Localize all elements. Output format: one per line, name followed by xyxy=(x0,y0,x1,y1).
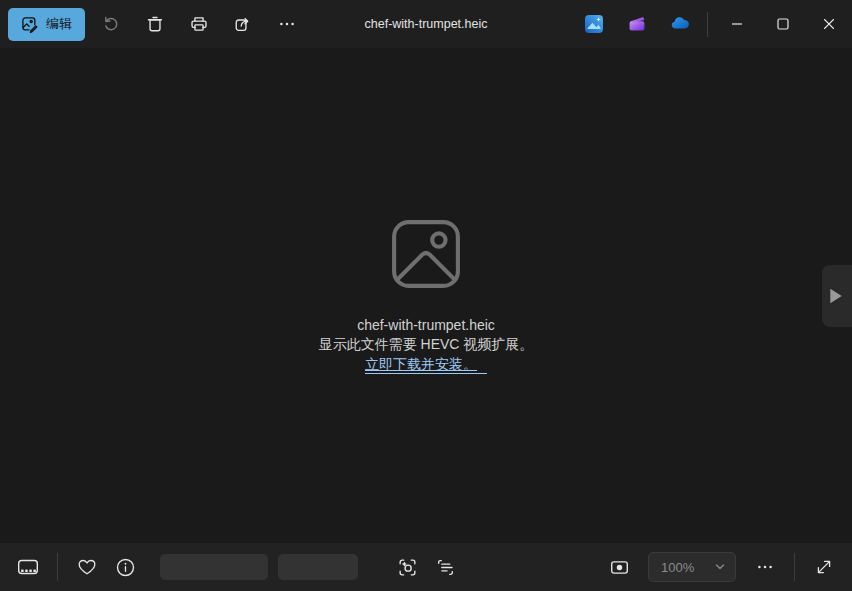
statusbar-divider-right xyxy=(794,553,795,581)
toolbar-right xyxy=(572,0,852,48)
see-more-button[interactable] xyxy=(269,8,305,40)
rotate-icon xyxy=(102,15,120,33)
visual-search-icon xyxy=(397,557,418,578)
hevc-error-panel: chef-with-trumpet.heic 显示此文件需要 HEVC 视频扩展… xyxy=(0,218,852,374)
favorite-button[interactable] xyxy=(68,548,106,586)
edit-image-icon xyxy=(21,16,38,33)
filmstrip-toggle-button[interactable] xyxy=(9,548,47,586)
fullscreen-button[interactable] xyxy=(805,548,843,586)
heart-icon xyxy=(77,558,97,576)
maximize-button[interactable] xyxy=(760,0,806,48)
titlebar: 编辑 xyxy=(0,0,852,48)
clipchamp-icon xyxy=(627,14,647,34)
open-in-clipchamp-button[interactable] xyxy=(615,7,658,41)
zoom-level-value: 100% xyxy=(661,560,694,575)
zoom-level-dropdown[interactable]: 100% xyxy=(648,552,736,582)
next-arrow-icon xyxy=(829,288,843,304)
file-info-button[interactable] xyxy=(106,548,144,586)
text-actions-button[interactable] xyxy=(426,548,464,586)
printer-icon xyxy=(190,15,208,33)
minimize-icon xyxy=(727,14,747,34)
statusbar: 100% xyxy=(0,543,852,591)
fullscreen-icon xyxy=(814,557,834,577)
image-canvas: chef-with-trumpet.heic 显示此文件需要 HEVC 视频扩展… xyxy=(0,48,852,543)
more-dots-icon xyxy=(278,15,296,33)
statusbar-divider-left xyxy=(57,553,58,581)
onedrive-button[interactable] xyxy=(658,7,701,41)
toolbar-left: 编辑 xyxy=(8,8,305,41)
text-actions-icon xyxy=(435,557,456,578)
fit-to-window-button[interactable] xyxy=(600,548,638,586)
install-hevc-link[interactable]: 立即下载并安装。 xyxy=(365,355,487,374)
designer-icon xyxy=(584,14,604,34)
rotate-button[interactable] xyxy=(93,8,129,40)
statusbar-see-more-button[interactable] xyxy=(746,548,784,586)
titlebar-divider xyxy=(707,12,708,37)
visual-search-button[interactable] xyxy=(388,548,426,586)
info-icon xyxy=(115,557,136,578)
minimize-button[interactable] xyxy=(714,0,760,48)
close-button[interactable] xyxy=(806,0,852,48)
next-image-button[interactable] xyxy=(822,265,852,327)
trash-icon xyxy=(146,15,164,33)
more-dots-icon xyxy=(756,558,774,576)
edit-button[interactable]: 编辑 xyxy=(8,8,85,41)
error-message: 显示此文件需要 HEVC 视频扩展。 xyxy=(319,335,534,354)
broken-image-icon xyxy=(390,218,462,290)
print-button[interactable] xyxy=(181,8,217,40)
fit-to-window-icon xyxy=(609,557,630,578)
metadata-placeholder-2 xyxy=(278,554,358,580)
statusbar-right: 100% xyxy=(600,548,843,586)
delete-button[interactable] xyxy=(137,8,173,40)
share-button[interactable] xyxy=(225,8,261,40)
maximize-icon xyxy=(773,14,793,34)
filmstrip-icon xyxy=(17,558,39,576)
edit-button-label: 编辑 xyxy=(46,15,72,33)
onedrive-icon xyxy=(669,13,691,35)
metadata-placeholder-1 xyxy=(160,554,268,580)
share-icon xyxy=(234,15,252,33)
error-filename: chef-with-trumpet.heic xyxy=(357,316,495,335)
open-in-designer-button[interactable] xyxy=(572,7,615,41)
close-icon xyxy=(819,14,839,34)
chevron-down-icon xyxy=(714,561,726,573)
